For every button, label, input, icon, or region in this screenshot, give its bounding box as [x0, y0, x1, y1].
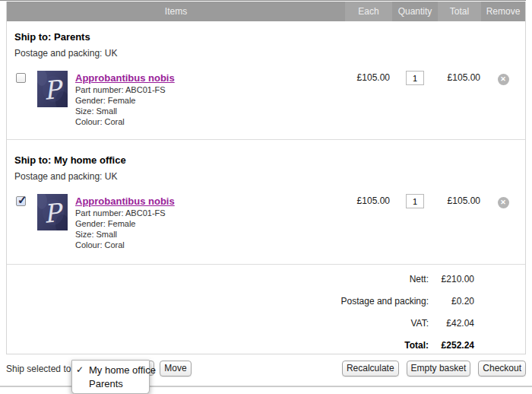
price-total: £105.00	[438, 195, 481, 206]
checkmark-icon: ✓	[76, 364, 89, 375]
summary-label: Total:	[404, 340, 429, 351]
detail-size: Size: Small	[75, 229, 345, 240]
checkout-button[interactable]: Checkout	[478, 361, 526, 377]
ship-to-heading: Ship to: My home office	[7, 154, 525, 166]
remove-item-button[interactable]: ✕	[498, 197, 509, 208]
product-thumbnail[interactable]: P	[37, 71, 68, 107]
summary-value: £0.20	[433, 296, 474, 307]
ship-to-dropdown-menu: ✓ My home office Parents	[71, 360, 150, 394]
remove-icon: ✕	[500, 199, 506, 206]
dropdown-option-label: Parents	[89, 378, 123, 389]
product-name-link[interactable]: Approbantibus nobis	[75, 195, 175, 208]
item-row: P Approbantibus nobis Part number: ABC01…	[7, 71, 525, 127]
postage-note: Postage and packing: UK	[7, 171, 525, 182]
detail-colour: Colour: Coral	[75, 240, 345, 250]
item-select-checkbox[interactable]	[16, 73, 26, 83]
shipment-group-parents: Ship to: Parents Postage and packing: UK…	[7, 31, 525, 140]
quantity-input[interactable]	[406, 71, 424, 85]
summary-section: Nett: £210.00 Postage and packing: £0.20…	[7, 265, 525, 356]
dropdown-option-label: My home office	[89, 364, 156, 376]
group-divider	[7, 139, 525, 140]
shipment-group-home-office: Ship to: My home office Postage and pack…	[7, 154, 525, 265]
header-col-quantity: Quantity	[392, 2, 438, 21]
header-items-label: Items	[7, 2, 345, 21]
quantity-input[interactable]	[406, 194, 424, 208]
summary-row-total: Total: £252.24	[7, 334, 474, 356]
empty-basket-button[interactable]: Empty basket	[407, 361, 471, 377]
summary-label: Postage and packing:	[341, 296, 429, 307]
header-col-each: Each	[345, 2, 392, 21]
price-each: £105.00	[345, 72, 392, 83]
header-col-total: Total	[438, 2, 481, 21]
footer-actions: Recalculate Empty basket Checkout	[342, 361, 526, 377]
summary-row-vat: VAT: £42.04	[7, 312, 474, 334]
basket-table: Items Each Quantity Total Remove Ship to…	[6, 2, 526, 354]
table-header: Items Each Quantity Total Remove	[7, 2, 525, 21]
remove-item-button[interactable]: ✕	[498, 74, 509, 85]
ship-to-heading: Ship to: Parents	[7, 31, 525, 43]
dropdown-option-parents[interactable]: Parents	[72, 377, 149, 390]
move-button[interactable]: Move	[160, 361, 192, 377]
detail-part-number: Part number: ABC01-FS	[75, 208, 345, 218]
summary-value: £210.00	[433, 274, 474, 284]
detail-colour: Colour: Coral	[75, 116, 345, 127]
product-details: Approbantibus nobis Part number: ABC01-F…	[75, 71, 345, 127]
detail-gender: Gender: Female	[75, 95, 345, 106]
header-col-remove: Remove	[481, 2, 525, 21]
postage-note: Postage and packing: UK	[7, 48, 525, 59]
product-thumbnail[interactable]: P	[37, 194, 68, 230]
detail-size: Size: Small	[75, 106, 345, 116]
product-details: Approbantibus nobis Part number: ABC01-F…	[75, 194, 345, 250]
top-border	[0, 0, 526, 1]
summary-value: £42.04	[433, 318, 474, 329]
remove-icon: ✕	[500, 76, 506, 83]
dropdown-option-home-office[interactable]: ✓ My home office	[72, 363, 149, 377]
ship-selected-label: Ship selected to:	[6, 364, 74, 374]
item-row: P Approbantibus nobis Part number: ABC01…	[7, 194, 525, 250]
summary-row-nett: Nett: £210.00	[7, 268, 474, 290]
recalculate-button[interactable]: Recalculate	[342, 361, 399, 377]
item-select-checkbox[interactable]	[16, 196, 26, 206]
summary-value: £252.24	[433, 340, 474, 351]
product-name-link[interactable]: Approbantibus nobis	[75, 72, 175, 84]
summary-label: Nett:	[410, 274, 429, 284]
summary-label: VAT:	[410, 318, 429, 329]
summary-row-postage: Postage and packing: £0.20	[7, 290, 474, 312]
price-each: £105.00	[345, 195, 392, 206]
price-total: £105.00	[438, 72, 481, 83]
detail-part-number: Part number: ABC01-FS	[75, 84, 345, 95]
detail-gender: Gender: Female	[75, 218, 345, 229]
